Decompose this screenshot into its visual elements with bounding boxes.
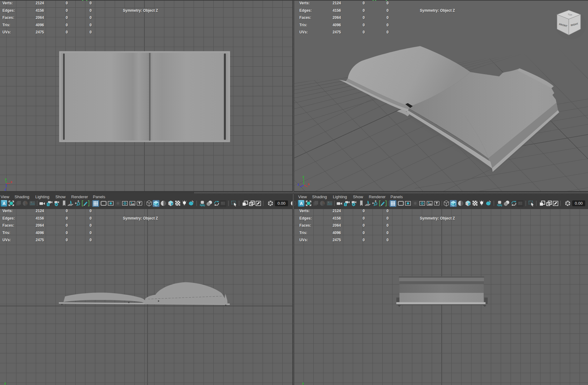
svg-text:Verts:: Verts: [2, 1, 13, 5]
svg-text:2475: 2475 [333, 30, 341, 34]
svg-text:UVs:: UVs: [2, 30, 11, 34]
svg-text:0: 0 [89, 15, 92, 20]
svg-text:0: 0 [363, 8, 365, 13]
svg-text:Edges:: Edges: [299, 8, 312, 13]
svg-text:2475: 2475 [333, 238, 341, 242]
svg-text:0: 0 [363, 238, 365, 242]
svg-text:0: 0 [363, 30, 365, 34]
svg-text:Verts:: Verts: [299, 1, 310, 5]
svg-text:0: 0 [363, 223, 365, 228]
svg-text:2124: 2124 [36, 209, 44, 213]
svg-text:4156: 4156 [36, 8, 44, 13]
svg-text:0: 0 [363, 23, 365, 27]
svg-text:0: 0 [363, 209, 365, 213]
svg-text:2475: 2475 [36, 238, 44, 242]
svg-text:0: 0 [66, 209, 68, 213]
svg-text:2124: 2124 [36, 1, 44, 5]
svg-text:4156: 4156 [36, 216, 44, 220]
svg-text:0: 0 [386, 231, 389, 235]
svg-text:0: 0 [386, 1, 389, 5]
svg-text:4156: 4156 [333, 8, 341, 13]
svg-text:Faces:: Faces: [2, 15, 14, 20]
svg-text:Verts:: Verts: [299, 209, 310, 213]
svg-text:x: x [11, 180, 12, 184]
svg-text:0: 0 [66, 8, 68, 13]
svg-text:Faces:: Faces: [299, 223, 311, 228]
svg-text:Tris:: Tris: [299, 23, 307, 27]
svg-text:0: 0 [66, 216, 68, 220]
svg-text:Symmetry: Object Z: Symmetry: Object Z [123, 216, 158, 220]
svg-text:0: 0 [66, 223, 68, 228]
svg-text:0: 0 [89, 30, 92, 34]
svg-text:Faces:: Faces: [299, 15, 311, 20]
svg-text:0: 0 [386, 223, 389, 228]
svg-text:0: 0 [363, 216, 365, 220]
svg-text:0: 0 [89, 1, 92, 5]
svg-text:2124: 2124 [333, 1, 341, 5]
svg-text:4096: 4096 [36, 23, 44, 27]
svg-text:UVs:: UVs: [2, 238, 11, 242]
svg-text:y: y [5, 178, 7, 181]
svg-text:0: 0 [89, 223, 92, 228]
svg-text:0: 0 [386, 15, 389, 20]
svg-text:4096: 4096 [333, 23, 341, 27]
svg-text:Edges:: Edges: [2, 8, 15, 13]
svg-text:0: 0 [363, 231, 365, 235]
svg-text:4096: 4096 [333, 231, 341, 235]
svg-text:Tris:: Tris: [299, 231, 307, 235]
svg-text:0: 0 [386, 30, 389, 34]
svg-text:0: 0 [66, 238, 68, 242]
svg-text:0: 0 [89, 209, 92, 213]
svg-text:0: 0 [363, 15, 365, 20]
svg-text:Edges:: Edges: [2, 216, 15, 220]
svg-text:0: 0 [89, 231, 92, 235]
svg-text:UVs:: UVs: [299, 30, 308, 34]
svg-text:Tris:: Tris: [2, 231, 10, 235]
svg-text:2064: 2064 [333, 15, 341, 20]
svg-text:0: 0 [89, 23, 92, 27]
svg-text:0: 0 [386, 216, 389, 220]
svg-text:0: 0 [89, 238, 92, 242]
svg-text:2124: 2124 [333, 209, 341, 213]
svg-text:Faces:: Faces: [2, 223, 14, 228]
svg-text:0: 0 [386, 238, 389, 242]
svg-text:Symmetry: Object Z: Symmetry: Object Z [123, 8, 158, 13]
svg-text:z: z [298, 183, 299, 186]
svg-text:0: 0 [386, 209, 389, 213]
svg-text:2064: 2064 [333, 223, 341, 228]
svg-text:4156: 4156 [333, 216, 341, 220]
svg-text:0: 0 [386, 23, 389, 27]
svg-text:2064: 2064 [36, 223, 44, 228]
svg-text:2475: 2475 [36, 30, 44, 34]
svg-text:0: 0 [66, 1, 68, 5]
svg-text:Tris:: Tris: [2, 23, 10, 27]
svg-text:x: x [308, 182, 310, 186]
svg-text:0: 0 [89, 8, 92, 13]
svg-text:0: 0 [66, 30, 68, 34]
svg-text:y: y [302, 382, 304, 385]
svg-text:0: 0 [66, 23, 68, 27]
svg-text:Symmetry: Object Z: Symmetry: Object Z [420, 216, 455, 220]
svg-text:Edges:: Edges: [299, 216, 312, 220]
svg-text:0: 0 [363, 1, 365, 5]
svg-text:2064: 2064 [36, 15, 44, 20]
svg-text:4096: 4096 [36, 231, 44, 235]
svg-text:0: 0 [386, 8, 389, 13]
svg-text:A: A [300, 201, 303, 206]
svg-text:y: y [4, 382, 6, 385]
svg-text:0: 0 [66, 231, 68, 235]
svg-text:UVs:: UVs: [299, 238, 308, 242]
svg-text:A: A [2, 201, 6, 206]
svg-text:Symmetry: Object Z: Symmetry: Object Z [420, 8, 455, 13]
svg-text:0: 0 [66, 15, 68, 20]
svg-text:0: 0 [89, 216, 92, 220]
svg-text:y: y [303, 175, 304, 178]
svg-text:z: z [5, 188, 6, 191]
svg-text:Verts:: Verts: [2, 209, 13, 213]
